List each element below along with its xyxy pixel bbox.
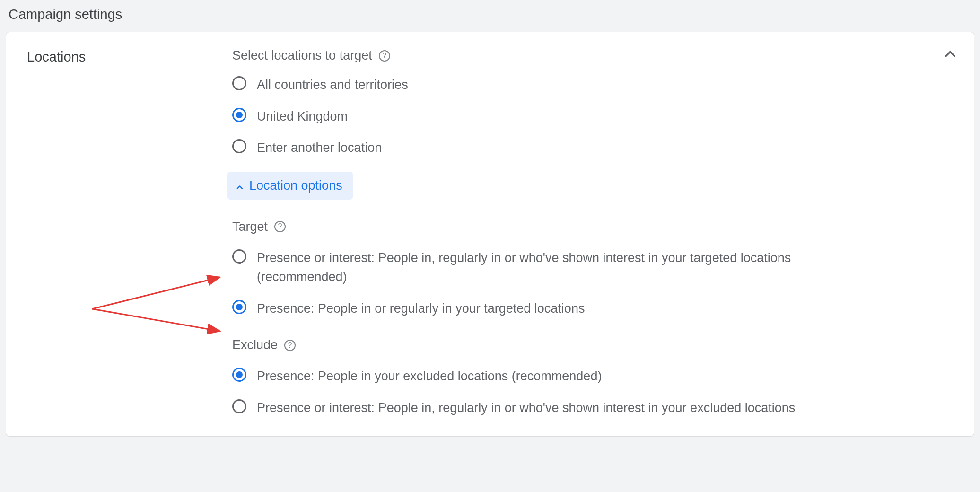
section-label: Locations (27, 47, 232, 417)
help-icon[interactable]: ? (274, 221, 286, 232)
radio-label: Presence: People in your excluded locati… (257, 367, 602, 386)
radio-target-presence[interactable]: Presence: People in or regularly in your… (232, 299, 955, 318)
radio-label: All countries and territories (257, 75, 408, 95)
target-title-row: Target ? (232, 220, 955, 234)
radio-target-presence-interest[interactable]: Presence or interest: People in, regular… (232, 248, 955, 287)
exclude-title-row: Exclude ? (232, 338, 955, 352)
target-radio-group: Presence or interest: People in, regular… (232, 248, 955, 318)
radio-button[interactable] (232, 249, 246, 264)
location-radio-group: All countries and territories United Kin… (232, 75, 955, 158)
radio-label: Presence or interest: People in, regular… (257, 398, 795, 418)
chevron-up-icon (235, 181, 245, 190)
radio-button[interactable] (232, 139, 246, 153)
radio-united-kingdom[interactable]: United Kingdom (232, 107, 955, 126)
exclude-title: Exclude (232, 338, 278, 352)
location-options-label: Location options (249, 178, 342, 193)
subheading-text: Select locations to target (232, 48, 372, 63)
section-body: Select locations to target ? All countri… (232, 47, 955, 417)
exclude-radio-group: Presence: People in your excluded locati… (232, 367, 955, 417)
help-icon[interactable]: ? (379, 50, 390, 62)
radio-label: United Kingdom (257, 107, 348, 126)
radio-enter-another[interactable]: Enter another location (232, 138, 955, 158)
radio-label: Enter another location (257, 138, 382, 158)
collapse-section-button[interactable] (942, 45, 959, 62)
help-icon[interactable]: ? (284, 340, 296, 351)
radio-button[interactable] (232, 399, 246, 413)
radio-all-countries[interactable]: All countries and territories (232, 75, 955, 95)
page-title: Campaign settings (0, 0, 980, 32)
radio-button[interactable] (232, 108, 246, 122)
locations-card: Locations Select locations to target ? A… (6, 32, 974, 437)
radio-button[interactable] (232, 300, 246, 314)
subheading-row: Select locations to target ? (232, 48, 955, 63)
radio-exclude-presence[interactable]: Presence: People in your excluded locati… (232, 367, 955, 386)
target-title: Target (232, 220, 268, 234)
radio-button[interactable] (232, 368, 246, 382)
radio-exclude-presence-interest[interactable]: Presence or interest: People in, regular… (232, 398, 955, 418)
location-options-toggle[interactable]: Location options (228, 172, 353, 200)
radio-label: Presence: People in or regularly in your… (257, 299, 585, 318)
radio-button[interactable] (232, 76, 246, 90)
radio-label: Presence or interest: People in, regular… (257, 248, 862, 287)
